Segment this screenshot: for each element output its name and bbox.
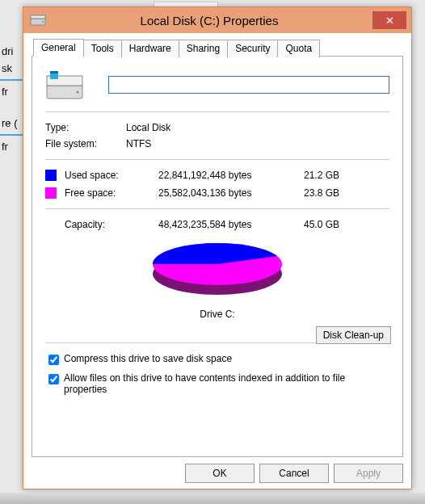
separator <box>45 111 389 112</box>
tab-general[interactable]: General <box>33 39 84 57</box>
tab-sharing[interactable]: Sharing <box>179 40 228 57</box>
taskbar[interactable] <box>0 493 425 504</box>
used-space-gb: 21.2 GB <box>304 170 360 181</box>
free-space-label: Free space: <box>65 187 158 199</box>
disk-usage-pie-chart <box>149 237 286 301</box>
free-space-bytes: 25,582,043,136 bytes <box>158 187 304 199</box>
used-space-swatch <box>45 170 57 181</box>
free-space-swatch <box>45 187 57 199</box>
titlebar[interactable]: Local Disk (C:) Properties ✕ <box>23 7 411 33</box>
compress-checkbox[interactable] <box>48 355 59 365</box>
tab-strip: General Tools Hardware Sharing Security … <box>33 38 411 56</box>
tab-tools[interactable]: Tools <box>83 40 122 57</box>
index-checkbox[interactable] <box>48 374 59 384</box>
bg-text: fr <box>0 86 23 98</box>
separator <box>45 159 389 160</box>
ok-button[interactable]: OK <box>185 464 255 483</box>
disk-cleanup-button[interactable]: Disk Clean-up <box>316 326 391 344</box>
type-value: Local Disk <box>126 122 389 133</box>
tab-general-content: Type: Local Disk File system: NTFS Used … <box>32 56 403 457</box>
svg-rect-1 <box>31 15 45 19</box>
tab-security[interactable]: Security <box>227 40 278 57</box>
apply-button[interactable]: Apply <box>334 464 403 483</box>
drive-label: Drive C: <box>45 309 389 320</box>
dialog-buttons: OK Cancel Apply <box>23 464 411 489</box>
bg-text: re ( <box>0 117 23 129</box>
cancel-button[interactable]: Cancel <box>259 464 329 483</box>
bg-text: sk <box>0 62 23 74</box>
svg-point-2 <box>42 21 44 23</box>
bg-text: dri <box>0 45 23 57</box>
close-button[interactable]: ✕ <box>372 11 406 29</box>
properties-dialog: Local Disk (C:) Properties ✕ General Too… <box>23 6 412 489</box>
volume-label-input[interactable] <box>108 76 389 94</box>
compress-label[interactable]: Compress this drive to save disk space <box>64 353 232 364</box>
drive-large-icon <box>45 68 84 102</box>
used-space-label: Used space: <box>65 170 158 181</box>
window-title: Local Disk (C:) Properties <box>46 14 372 27</box>
filesystem-value: NTFS <box>126 138 389 149</box>
svg-rect-6 <box>50 71 58 74</box>
used-space-bytes: 22,841,192,448 bytes <box>158 170 304 181</box>
tab-hardware[interactable]: Hardware <box>121 40 179 57</box>
svg-point-7 <box>77 91 79 94</box>
capacity-bytes: 48,423,235,584 bytes <box>158 219 304 230</box>
background-sidebar: dri sk fr re ( fr <box>0 40 23 158</box>
capacity-label: Capacity: <box>65 219 158 230</box>
tab-quota[interactable]: Quota <box>277 40 320 57</box>
capacity-gb: 45.0 GB <box>304 219 360 230</box>
separator <box>45 208 389 209</box>
bg-text: fr <box>0 141 23 153</box>
filesystem-label: File system: <box>45 138 126 149</box>
drive-icon <box>30 14 46 27</box>
index-label[interactable]: Allow files on this drive to have conten… <box>64 372 389 395</box>
free-space-gb: 23.8 GB <box>304 187 360 199</box>
type-label: Type: <box>45 122 126 133</box>
